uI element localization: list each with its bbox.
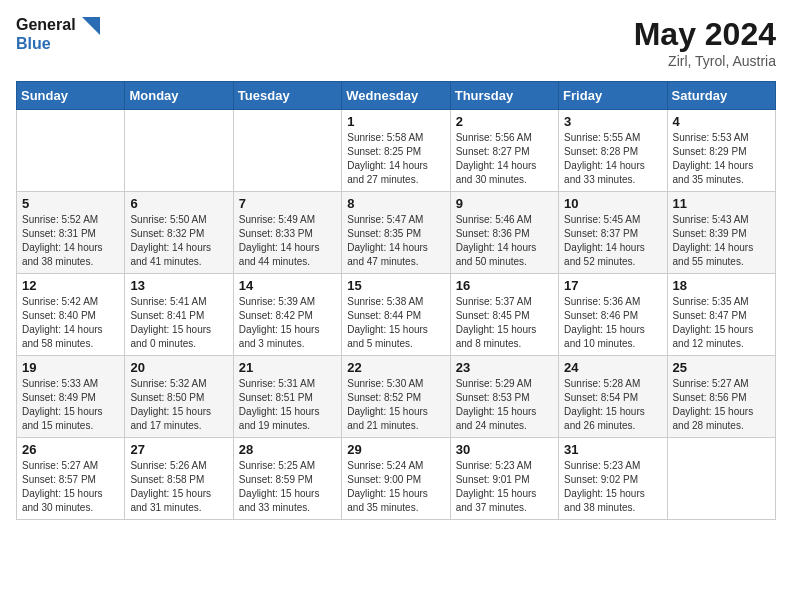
day-info: Sunrise: 5:47 AM Sunset: 8:35 PM Dayligh… bbox=[347, 213, 444, 269]
calendar-table: SundayMondayTuesdayWednesdayThursdayFrid… bbox=[16, 81, 776, 520]
day-info: Sunrise: 5:31 AM Sunset: 8:51 PM Dayligh… bbox=[239, 377, 336, 433]
calendar-cell bbox=[667, 438, 775, 520]
calendar-week-row: 12Sunrise: 5:42 AM Sunset: 8:40 PM Dayli… bbox=[17, 274, 776, 356]
calendar-cell: 1Sunrise: 5:58 AM Sunset: 8:25 PM Daylig… bbox=[342, 110, 450, 192]
day-number: 11 bbox=[673, 196, 770, 211]
calendar-week-row: 5Sunrise: 5:52 AM Sunset: 8:31 PM Daylig… bbox=[17, 192, 776, 274]
weekday-header-saturday: Saturday bbox=[667, 82, 775, 110]
weekday-header-monday: Monday bbox=[125, 82, 233, 110]
calendar-cell: 24Sunrise: 5:28 AM Sunset: 8:54 PM Dayli… bbox=[559, 356, 667, 438]
calendar-cell: 23Sunrise: 5:29 AM Sunset: 8:53 PM Dayli… bbox=[450, 356, 558, 438]
day-info: Sunrise: 5:30 AM Sunset: 8:52 PM Dayligh… bbox=[347, 377, 444, 433]
day-number: 28 bbox=[239, 442, 336, 457]
day-info: Sunrise: 5:35 AM Sunset: 8:47 PM Dayligh… bbox=[673, 295, 770, 351]
weekday-header-wednesday: Wednesday bbox=[342, 82, 450, 110]
day-info: Sunrise: 5:27 AM Sunset: 8:57 PM Dayligh… bbox=[22, 459, 119, 515]
calendar-cell: 14Sunrise: 5:39 AM Sunset: 8:42 PM Dayli… bbox=[233, 274, 341, 356]
day-number: 1 bbox=[347, 114, 444, 129]
day-number: 12 bbox=[22, 278, 119, 293]
calendar-cell: 11Sunrise: 5:43 AM Sunset: 8:39 PM Dayli… bbox=[667, 192, 775, 274]
calendar-cell: 4Sunrise: 5:53 AM Sunset: 8:29 PM Daylig… bbox=[667, 110, 775, 192]
calendar-cell: 9Sunrise: 5:46 AM Sunset: 8:36 PM Daylig… bbox=[450, 192, 558, 274]
day-info: Sunrise: 5:23 AM Sunset: 9:01 PM Dayligh… bbox=[456, 459, 553, 515]
calendar-cell: 8Sunrise: 5:47 AM Sunset: 8:35 PM Daylig… bbox=[342, 192, 450, 274]
location: Zirl, Tyrol, Austria bbox=[634, 53, 776, 69]
day-info: Sunrise: 5:33 AM Sunset: 8:49 PM Dayligh… bbox=[22, 377, 119, 433]
weekday-header-sunday: Sunday bbox=[17, 82, 125, 110]
calendar-cell: 18Sunrise: 5:35 AM Sunset: 8:47 PM Dayli… bbox=[667, 274, 775, 356]
day-number: 4 bbox=[673, 114, 770, 129]
day-number: 27 bbox=[130, 442, 227, 457]
day-number: 22 bbox=[347, 360, 444, 375]
month-year: May 2024 bbox=[634, 16, 776, 53]
calendar-cell: 27Sunrise: 5:26 AM Sunset: 8:58 PM Dayli… bbox=[125, 438, 233, 520]
day-number: 31 bbox=[564, 442, 661, 457]
day-number: 17 bbox=[564, 278, 661, 293]
day-info: Sunrise: 5:49 AM Sunset: 8:33 PM Dayligh… bbox=[239, 213, 336, 269]
day-number: 30 bbox=[456, 442, 553, 457]
day-info: Sunrise: 5:39 AM Sunset: 8:42 PM Dayligh… bbox=[239, 295, 336, 351]
calendar-cell bbox=[233, 110, 341, 192]
calendar-cell: 5Sunrise: 5:52 AM Sunset: 8:31 PM Daylig… bbox=[17, 192, 125, 274]
calendar-cell: 29Sunrise: 5:24 AM Sunset: 9:00 PM Dayli… bbox=[342, 438, 450, 520]
calendar-cell: 15Sunrise: 5:38 AM Sunset: 8:44 PM Dayli… bbox=[342, 274, 450, 356]
day-number: 3 bbox=[564, 114, 661, 129]
day-number: 6 bbox=[130, 196, 227, 211]
day-number: 25 bbox=[673, 360, 770, 375]
calendar-cell: 28Sunrise: 5:25 AM Sunset: 8:59 PM Dayli… bbox=[233, 438, 341, 520]
day-number: 2 bbox=[456, 114, 553, 129]
day-info: Sunrise: 5:23 AM Sunset: 9:02 PM Dayligh… bbox=[564, 459, 661, 515]
day-number: 10 bbox=[564, 196, 661, 211]
day-info: Sunrise: 5:56 AM Sunset: 8:27 PM Dayligh… bbox=[456, 131, 553, 187]
calendar-cell: 2Sunrise: 5:56 AM Sunset: 8:27 PM Daylig… bbox=[450, 110, 558, 192]
calendar-cell: 21Sunrise: 5:31 AM Sunset: 8:51 PM Dayli… bbox=[233, 356, 341, 438]
day-number: 26 bbox=[22, 442, 119, 457]
day-info: Sunrise: 5:53 AM Sunset: 8:29 PM Dayligh… bbox=[673, 131, 770, 187]
day-info: Sunrise: 5:55 AM Sunset: 8:28 PM Dayligh… bbox=[564, 131, 661, 187]
calendar-week-row: 26Sunrise: 5:27 AM Sunset: 8:57 PM Dayli… bbox=[17, 438, 776, 520]
day-number: 5 bbox=[22, 196, 119, 211]
day-info: Sunrise: 5:45 AM Sunset: 8:37 PM Dayligh… bbox=[564, 213, 661, 269]
day-number: 7 bbox=[239, 196, 336, 211]
day-number: 29 bbox=[347, 442, 444, 457]
day-number: 24 bbox=[564, 360, 661, 375]
calendar-cell: 16Sunrise: 5:37 AM Sunset: 8:45 PM Dayli… bbox=[450, 274, 558, 356]
day-info: Sunrise: 5:32 AM Sunset: 8:50 PM Dayligh… bbox=[130, 377, 227, 433]
day-number: 18 bbox=[673, 278, 770, 293]
day-info: Sunrise: 5:37 AM Sunset: 8:45 PM Dayligh… bbox=[456, 295, 553, 351]
calendar-cell: 19Sunrise: 5:33 AM Sunset: 8:49 PM Dayli… bbox=[17, 356, 125, 438]
calendar-week-row: 19Sunrise: 5:33 AM Sunset: 8:49 PM Dayli… bbox=[17, 356, 776, 438]
page-header: General Blue May 2024 Zirl, Tyrol, Austr… bbox=[16, 16, 776, 69]
logo-triangle-icon bbox=[82, 17, 100, 35]
calendar-cell: 25Sunrise: 5:27 AM Sunset: 8:56 PM Dayli… bbox=[667, 356, 775, 438]
calendar-cell: 10Sunrise: 5:45 AM Sunset: 8:37 PM Dayli… bbox=[559, 192, 667, 274]
day-number: 14 bbox=[239, 278, 336, 293]
calendar-cell: 7Sunrise: 5:49 AM Sunset: 8:33 PM Daylig… bbox=[233, 192, 341, 274]
day-info: Sunrise: 5:38 AM Sunset: 8:44 PM Dayligh… bbox=[347, 295, 444, 351]
day-info: Sunrise: 5:26 AM Sunset: 8:58 PM Dayligh… bbox=[130, 459, 227, 515]
day-number: 16 bbox=[456, 278, 553, 293]
calendar-cell bbox=[125, 110, 233, 192]
day-info: Sunrise: 5:41 AM Sunset: 8:41 PM Dayligh… bbox=[130, 295, 227, 351]
calendar-cell: 13Sunrise: 5:41 AM Sunset: 8:41 PM Dayli… bbox=[125, 274, 233, 356]
day-number: 21 bbox=[239, 360, 336, 375]
calendar-cell: 30Sunrise: 5:23 AM Sunset: 9:01 PM Dayli… bbox=[450, 438, 558, 520]
day-number: 19 bbox=[22, 360, 119, 375]
calendar-cell: 22Sunrise: 5:30 AM Sunset: 8:52 PM Dayli… bbox=[342, 356, 450, 438]
day-info: Sunrise: 5:25 AM Sunset: 8:59 PM Dayligh… bbox=[239, 459, 336, 515]
day-number: 15 bbox=[347, 278, 444, 293]
calendar-cell: 6Sunrise: 5:50 AM Sunset: 8:32 PM Daylig… bbox=[125, 192, 233, 274]
day-info: Sunrise: 5:36 AM Sunset: 8:46 PM Dayligh… bbox=[564, 295, 661, 351]
weekday-header-thursday: Thursday bbox=[450, 82, 558, 110]
calendar-cell bbox=[17, 110, 125, 192]
svg-marker-0 bbox=[82, 17, 100, 35]
weekday-header-friday: Friday bbox=[559, 82, 667, 110]
day-info: Sunrise: 5:43 AM Sunset: 8:39 PM Dayligh… bbox=[673, 213, 770, 269]
day-number: 20 bbox=[130, 360, 227, 375]
day-number: 23 bbox=[456, 360, 553, 375]
day-number: 13 bbox=[130, 278, 227, 293]
calendar-cell: 12Sunrise: 5:42 AM Sunset: 8:40 PM Dayli… bbox=[17, 274, 125, 356]
calendar-cell: 17Sunrise: 5:36 AM Sunset: 8:46 PM Dayli… bbox=[559, 274, 667, 356]
title-block: May 2024 Zirl, Tyrol, Austria bbox=[634, 16, 776, 69]
day-info: Sunrise: 5:50 AM Sunset: 8:32 PM Dayligh… bbox=[130, 213, 227, 269]
